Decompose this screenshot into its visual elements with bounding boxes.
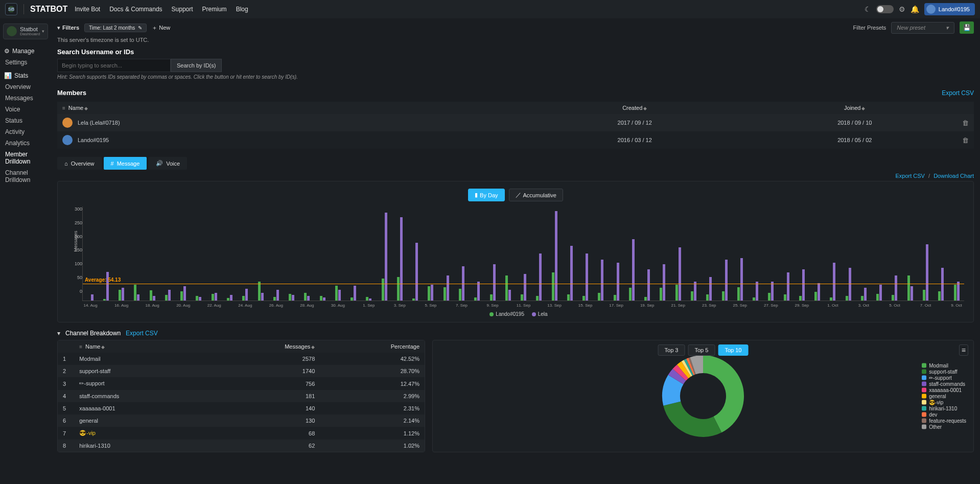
table-row[interactable]: 8hirikari-1310621.02% [58, 440, 425, 452]
bar [833, 263, 835, 301]
table-row[interactable]: 4staff-commands1812.99% [58, 390, 425, 402]
server-selector[interactable]: Statbot Dashboard ▾ [3, 24, 48, 39]
sort-icon[interactable]: ◆ [101, 344, 105, 350]
tab-message[interactable]: #Message [104, 157, 147, 170]
user-chip[interactable]: Lando#0195 [924, 3, 975, 15]
bar-column: 3. Sep [392, 206, 407, 301]
theme-toggle[interactable] [876, 5, 894, 13]
bar [864, 288, 867, 301]
bar [941, 268, 944, 301]
accumulative-button[interactable]: ／Accumulative [509, 189, 563, 201]
sort-icon[interactable]: ◆ [643, 106, 647, 111]
bar [137, 294, 139, 301]
nav-link[interactable]: Invite Bot [75, 6, 100, 13]
table-row[interactable]: Lela (Lela#0718)2017 / 09 / 122018 / 09 … [57, 114, 974, 131]
bar [103, 299, 106, 301]
nav-link[interactable]: Support [172, 6, 193, 13]
logo[interactable]: SB STATBOT [5, 3, 67, 15]
search-input[interactable] [57, 59, 171, 72]
members-title: Members [57, 89, 86, 97]
gear-icon[interactable]: ⚙ [899, 5, 905, 13]
sidebar-item[interactable]: Member Drilldown [0, 149, 51, 167]
table-row[interactable]: Lando#01952016 / 03 / 122018 / 05 / 02🗑 [57, 131, 974, 149]
top5-button[interactable]: Top 5 [688, 344, 715, 356]
bar [679, 247, 681, 301]
bar [846, 296, 848, 301]
bar-column [438, 206, 454, 301]
top10-button[interactable]: Top 10 [718, 344, 748, 356]
sidebar-item[interactable]: Activity [0, 126, 51, 137]
sidebar-head-manage: ⚙Manage [0, 45, 51, 57]
table-row[interactable]: 2support-staff174028.70% [58, 365, 425, 377]
table-row[interactable]: 5xaaaaaa-00011402.31% [58, 402, 425, 414]
tab-overview[interactable]: ⌂Overview [57, 157, 102, 170]
sidebar-item[interactable]: Analytics [0, 137, 51, 149]
legend-item: Other [922, 424, 966, 430]
bar [938, 291, 941, 301]
bar [818, 283, 820, 301]
bar [431, 285, 433, 301]
server-sub: Dashboard [20, 32, 40, 37]
breakdown-export-link[interactable]: Export CSV [126, 330, 158, 337]
nav-link[interactable]: Blog [236, 6, 248, 13]
speaker-icon: 🔊 [156, 160, 163, 167]
donut-panel: Top 3 Top 5 Top 10 ≡ Modmailsupport-staf… [432, 340, 974, 452]
nav-link[interactable]: Docs & Commands [109, 6, 162, 13]
bar-column [841, 206, 856, 301]
members-export-link[interactable]: Export CSV [942, 89, 974, 97]
sidebar-item[interactable]: Overview [0, 81, 51, 93]
table-row[interactable]: 9dev560.92% [58, 452, 425, 452]
sidebar-item[interactable]: Messages [0, 93, 51, 104]
sidebar-item[interactable]: Channel Drilldown [0, 167, 51, 186]
sort-icon[interactable]: ◆ [861, 106, 865, 111]
bar-column [408, 206, 423, 301]
legend-item: dev [922, 412, 966, 418]
tab-voice[interactable]: 🔊Voice [149, 157, 187, 170]
bar [756, 282, 758, 301]
bar [771, 282, 774, 301]
bar-column: 1. Sep [361, 206, 377, 301]
filter-chip-time[interactable]: Time: Last 2 months✎ [84, 24, 147, 32]
filter-icon[interactable]: ≡ [62, 105, 65, 111]
filter-icon[interactable]: ≡ [79, 344, 82, 350]
table-row[interactable]: 6general1302.14% [58, 414, 425, 427]
bar [505, 275, 508, 301]
bar [552, 272, 554, 301]
sidebar-item[interactable]: Settings [0, 57, 51, 68]
top3-button[interactable]: Top 3 [658, 344, 685, 356]
sort-icon[interactable]: ◆ [84, 106, 88, 111]
bar [879, 285, 882, 301]
avatar [62, 118, 73, 128]
bar [273, 297, 276, 301]
bar [706, 294, 709, 301]
menu-icon[interactable]: ≡ [959, 344, 968, 356]
trash-icon[interactable]: 🗑 [962, 136, 969, 144]
bar-column [98, 206, 113, 301]
preset-dropdown[interactable]: New preset▾ [891, 22, 954, 34]
chevron-down-icon[interactable]: ▾ [57, 330, 60, 337]
bar-column: 21. Sep [670, 206, 686, 301]
trash-icon[interactable]: 🗑 [962, 119, 969, 127]
table-row[interactable]: 1Modmail257842.52% [58, 353, 425, 365]
search-by-id-button[interactable]: Search by ID(s) [171, 59, 222, 72]
sidebar-item[interactable]: Voice [0, 104, 51, 115]
bell-icon[interactable]: 🔔 [911, 5, 919, 13]
bar [508, 290, 511, 301]
sidebar-item[interactable]: Status [0, 115, 51, 126]
bar [799, 296, 802, 301]
save-preset-button[interactable]: 💾 [960, 21, 974, 34]
nav-link[interactable]: Premium [202, 6, 227, 13]
bar [428, 286, 430, 301]
bar [242, 296, 245, 301]
bar [91, 294, 94, 301]
sort-icon[interactable]: ◆ [311, 344, 315, 350]
bar-column [315, 206, 330, 301]
add-filter-button[interactable]: ＋ New [152, 24, 170, 32]
table-row[interactable]: 7😎-vip681.12% [58, 427, 425, 440]
bar [459, 289, 461, 301]
download-chart-link[interactable]: Download Chart [934, 173, 974, 179]
export-csv-link[interactable]: Export CSV [895, 173, 924, 179]
table-row[interactable]: 3✏-support75612.47% [58, 377, 425, 390]
bar [536, 296, 539, 301]
byday-button[interactable]: ▮By Day [468, 189, 504, 201]
